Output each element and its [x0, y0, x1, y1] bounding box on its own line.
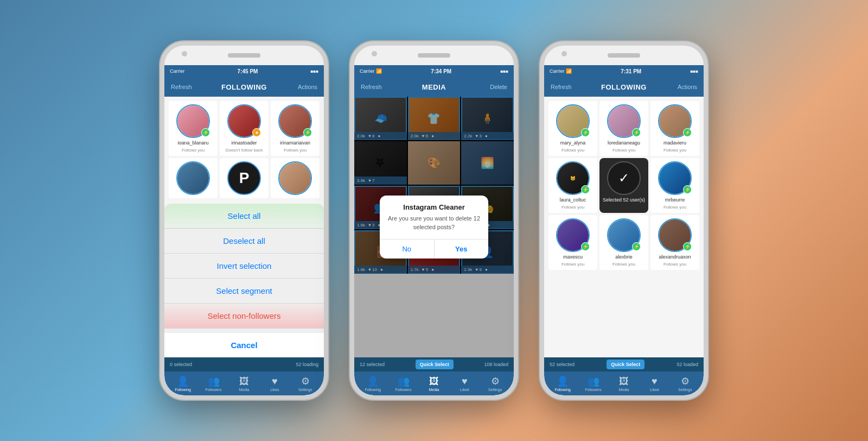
user-item[interactable]: ⚡ madavieru Follows you	[650, 101, 699, 156]
bottom-settings-2[interactable]: ⚙ Settings	[486, 375, 505, 392]
bottom-likes[interactable]: ♥ Likes	[265, 376, 284, 392]
media-label: Media	[239, 388, 249, 392]
user-item[interactable]: ⚡ maxescu Follows you	[548, 215, 597, 270]
nav-left-2[interactable]: Refresh	[361, 84, 388, 90]
dialog-title: Instagram Cleaner	[387, 203, 481, 211]
followers-label-2: Followers	[395, 388, 412, 392]
bottom-media-2[interactable]: 🖼 Media	[424, 376, 444, 392]
nav-left-1[interactable]: Refresh	[171, 84, 198, 90]
user-item[interactable]: ⚡ loredananeagu Follows you	[599, 101, 648, 156]
nav-right-1[interactable]: Actions	[290, 84, 317, 90]
media-label-2: Media	[429, 388, 439, 392]
user-grid-3: ⚡ mary_alyna Follows you ⚡ loredananeagu…	[544, 97, 704, 274]
avatar-img	[279, 162, 311, 194]
user-name: mrbeurre	[665, 197, 685, 203]
bottom-liked-3[interactable]: ♥ Liked	[644, 376, 664, 392]
followers-icon-2: 👥	[398, 375, 410, 387]
quick-select-button-2[interactable]: Quick Select	[416, 360, 454, 369]
avatar-wrap: ⚡	[556, 218, 590, 252]
liked-icon-2: ♥	[462, 376, 468, 387]
user-item[interactable]	[271, 158, 320, 198]
bottom-following-3[interactable]: 👤 Following	[553, 375, 572, 392]
time-2: 7:34 PM	[431, 68, 451, 74]
avatar-img	[177, 162, 209, 194]
time-3: 7:31 PM	[621, 68, 641, 74]
invert-selection-button[interactable]: Invert selection	[164, 254, 324, 279]
nav-left-3[interactable]: Refresh	[551, 84, 578, 90]
nav-right-3[interactable]: Actions	[670, 84, 697, 90]
bottom-followers-3[interactable]: 👥 Followers	[584, 375, 603, 392]
user-item[interactable]: ⚡ irinamariaivan Follows you	[271, 101, 320, 156]
loaded-count-3: 52 loaded	[676, 362, 698, 367]
settings-label-2: Settings	[488, 388, 502, 392]
select-segment-button[interactable]: Select segment	[164, 279, 324, 304]
avatar-wrap: ✓	[607, 161, 641, 195]
user-item[interactable]: P	[220, 158, 269, 198]
dialog-yes-button[interactable]: Yes	[435, 240, 489, 259]
dialog-no-button[interactable]: No	[380, 240, 435, 259]
user-item[interactable]: ⚡ mary_alyna Follows you	[548, 101, 597, 156]
avatar-wrap: ★	[227, 104, 261, 138]
liked-label-2: Liked	[460, 388, 469, 392]
following-label: Following	[175, 388, 191, 392]
user-name: ioana_blanaru	[177, 140, 208, 146]
user-item[interactable]: ⚡ alexandruaxon Follows you	[650, 215, 699, 270]
select-non-followers-button[interactable]: Select non-followers	[164, 304, 324, 329]
avatar-wrap: ⚡	[176, 104, 210, 138]
dialog-box: Instagram Cleaner Are you sure you want …	[380, 196, 488, 259]
selected-indicator: ✓ Selected 52 user(s)	[599, 158, 648, 213]
bottom-following-2[interactable]: 👤 Following	[363, 375, 382, 392]
content-1: ⚡ ioana_blanaru Follows you ★ irinastoad…	[164, 97, 324, 357]
badge-green: ⚡	[581, 128, 590, 137]
status-bar-1: Carrier 7:45 PM ■■■	[164, 65, 324, 77]
badge-green: ⚡	[632, 242, 641, 251]
nav-bar-2: Refresh MEDIA Delete	[354, 77, 514, 97]
bottom-followers-2[interactable]: 👥 Followers	[394, 375, 413, 392]
bottom-settings-3[interactable]: ⚙ Settings	[675, 375, 695, 392]
action-sheet: Select all Deselect all Invert selection…	[164, 204, 324, 357]
battery-1: ■■■	[311, 69, 319, 74]
nav-right-2[interactable]: Delete	[480, 84, 507, 90]
avatar-wrap: ⚡	[658, 218, 692, 252]
user-item[interactable]: 🐱 ⚡ laura_coltuc Follows you	[548, 158, 597, 213]
bottom-media-3[interactable]: 🖼 Media	[614, 376, 634, 392]
dialog-content: Instagram Cleaner Are you sure you want …	[380, 196, 488, 239]
phone-3-screen: Carrier 📶 7:31 PM ■■■ Refresh FOLLOWING …	[544, 65, 704, 395]
user-item[interactable]	[169, 158, 218, 198]
avatar-wrap: ⚡	[556, 104, 590, 138]
avatar-wrap	[176, 161, 210, 195]
bottom-followers[interactable]: 👥 Followers	[204, 375, 224, 392]
bottom-liked-2[interactable]: ♥ Liked	[455, 376, 474, 392]
badge-green: ⚡	[303, 128, 312, 137]
user-item[interactable]: ⚡ ioana_blanaru Follows you	[169, 101, 218, 156]
nav-title-3: FOLLOWING	[601, 83, 647, 91]
user-status: Follows you	[663, 148, 686, 153]
user-status: Follows you	[612, 262, 635, 267]
user-name: maxescu	[563, 254, 583, 260]
bottom-following[interactable]: 👤 Following	[173, 375, 193, 392]
bottom-bar-1: 👤 Following 👥 Followers 🖼 Media ♥ Likes …	[164, 371, 324, 395]
followers-icon-3: 👥	[588, 375, 599, 387]
quick-select-button-3[interactable]: Quick Select	[607, 360, 644, 369]
user-item[interactable]: ⚡ alexbrie Follows you	[599, 215, 648, 270]
user-status: Follows you	[561, 262, 584, 267]
phone-2-screen: Carrier 📶 7:34 PM ■■■ Refresh MEDIA Dele…	[354, 65, 514, 395]
bottom-status-3: 52 selected Quick Select 52 loaded	[544, 357, 704, 371]
bottom-settings[interactable]: ⚙ Settings	[296, 375, 315, 392]
avatar-wrap: ⚡	[607, 218, 641, 252]
cancel-button[interactable]: Cancel	[164, 333, 324, 357]
select-all-button[interactable]: Select all	[164, 204, 324, 229]
user-status: Doesn't follow back	[226, 148, 263, 153]
bottom-media[interactable]: 🖼 Media	[234, 376, 254, 392]
deselect-all-button[interactable]: Deselect all	[164, 229, 324, 254]
user-item[interactable]: ★ irinastoader Doesn't follow back	[220, 101, 269, 156]
battery-2: ■■■	[501, 69, 509, 74]
avatar-wrap	[278, 161, 312, 195]
phone-1: Carrier 7:45 PM ■■■ Refresh FOLLOWING Ac…	[160, 41, 328, 400]
time-1: 7:45 PM	[238, 68, 258, 74]
followers-label-3: Followers	[585, 388, 602, 392]
nav-bar-1: Refresh FOLLOWING Actions	[164, 77, 324, 97]
user-item[interactable]: ⚡ mrbeurre Follows you	[650, 158, 699, 213]
nav-title-1: FOLLOWING	[221, 83, 267, 91]
carrier-1: Carrier	[170, 68, 185, 74]
